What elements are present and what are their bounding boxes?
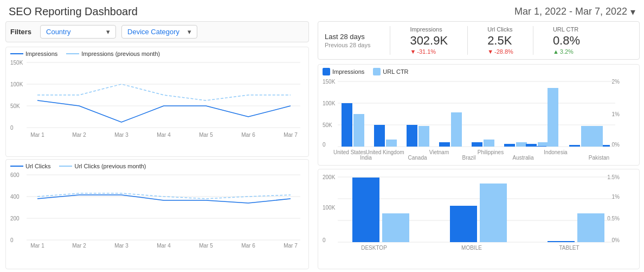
bar-us-imp	[342, 103, 352, 147]
x-label: Mar 5	[199, 132, 213, 138]
x-label: Canada	[408, 155, 427, 161]
y-label: 0	[10, 237, 14, 243]
device-dropdown-arrow: ▾	[188, 28, 191, 36]
bar-vietnam-ctr	[484, 140, 494, 147]
filters-label: Filters	[10, 28, 31, 36]
country-chart: Impressions URL CTR 150K 100K 50K 0 2% 1…	[318, 64, 640, 166]
device-category-filter-label: Device Category	[127, 28, 179, 36]
bar-vietnam-imp	[472, 142, 482, 147]
x-label: TABLET	[559, 245, 579, 251]
url-clicks-stat-label: Url Clicks	[487, 26, 512, 33]
bar-india-ctr	[386, 140, 397, 147]
bar-ph2-imp	[526, 144, 537, 147]
device-chart: 200K 100K 0 1.5% 1% 0.5% 0%	[318, 169, 640, 269]
x-label: Indonesia	[544, 149, 568, 155]
clicks-legend1: Url Clicks	[25, 163, 50, 169]
x-label: India	[360, 155, 372, 161]
y-label-left: 200K	[323, 174, 336, 180]
impressions-chart: Impressions Impressions (previous month)…	[5, 47, 309, 157]
x-label: Mar 6	[241, 243, 255, 249]
x-label: Vietnam	[429, 149, 449, 155]
url-clicks-stat-change: ▼ -28.8%	[487, 48, 513, 55]
bar-mobile-imp	[450, 206, 477, 242]
impressions-stat-value: 302.9K	[410, 34, 448, 48]
y-label-left: 100K	[323, 205, 336, 211]
y-label: 200	[10, 216, 20, 222]
date-dropdown-icon[interactable]: ▾	[630, 6, 635, 18]
y-label: 150K	[10, 60, 23, 66]
bar-brazil-imp	[504, 144, 515, 147]
y-label-left: 150K	[323, 79, 336, 85]
y-label-left: 0	[323, 142, 326, 148]
page-title: SEO Reporting Dashboard	[9, 5, 138, 18]
y-label-right: 0%	[612, 237, 620, 243]
country-legend2: URL CTR	[383, 68, 408, 75]
country-filter[interactable]: Country ▾	[40, 25, 116, 39]
x-label: Mar 1	[30, 132, 44, 138]
stats-period: Last 28 days Previous 28 days	[325, 26, 381, 55]
bar-mobile-ctr	[480, 184, 507, 242]
x-label: Mar 6	[241, 132, 255, 138]
impressions-stat: Impressions 302.9K ▼ -31.1%	[399, 26, 459, 55]
country-legend1: Impressions	[332, 68, 364, 75]
x-label: Mar 5	[199, 243, 213, 249]
date-range-text: Mar 1, 2022 - Mar 7, 2022	[514, 6, 627, 17]
url-clicks-stat: Url Clicks 2.5K ▼ -28.8%	[476, 26, 524, 55]
device-category-filter[interactable]: Device Category ▾	[121, 25, 197, 39]
bar-us-ctr	[353, 114, 364, 147]
x-label: Mar 3	[114, 132, 128, 138]
x-label: Brazil	[462, 155, 475, 161]
y-label: 0	[10, 125, 14, 131]
x-label: Mar 7	[284, 243, 298, 249]
clicks-chart: Url Clicks Url Clicks (previous month) 6…	[5, 159, 309, 269]
bar-canada-imp	[439, 142, 450, 147]
y-label-right: 1%	[612, 194, 620, 200]
period-sub: Previous 28 days	[325, 42, 370, 48]
bar-uk-ctr	[418, 126, 429, 147]
bar-indo-ctr	[581, 126, 592, 147]
url-ctr-stat-change: ▲ 3.2%	[553, 48, 574, 55]
period-main: Last 28 days	[325, 33, 370, 41]
bar-tablet-ctr	[577, 213, 604, 242]
bar-aus-ctr	[548, 88, 558, 147]
y-label: 50K	[10, 103, 20, 109]
x-label: Mar 4	[157, 132, 171, 138]
y-label-right: 1%	[612, 111, 620, 117]
url-ctr-stat: URL CTR 0.8% ▲ 3.2%	[542, 26, 591, 55]
url-ctr-stat-label: URL CTR	[553, 26, 578, 33]
x-label: Mar 4	[157, 243, 171, 249]
y-label: 100K	[10, 81, 23, 87]
x-label: MOBILE	[461, 245, 482, 251]
bar-india-imp	[374, 125, 385, 147]
bar-tablet-imp	[548, 241, 575, 242]
x-label: Mar 2	[72, 243, 86, 249]
bar-desktop-imp	[352, 178, 379, 242]
y-label-left: 50K	[323, 122, 332, 128]
x-label: DESKTOP	[361, 245, 387, 251]
filters-bar: Filters Country ▾ Device Category ▾	[5, 21, 309, 42]
bar-indo-imp	[569, 145, 580, 147]
bar-aus-imp	[536, 146, 546, 147]
y-label-left: 0	[323, 237, 326, 243]
bar-canada-ctr	[451, 112, 462, 147]
y-label: 600	[10, 172, 20, 178]
url-ctr-stat-value: 0.8%	[553, 34, 580, 48]
country-filter-label: Country	[46, 28, 71, 36]
impressions-stat-label: Impressions	[410, 26, 442, 33]
impressions-legend2: Impressions (previous month)	[81, 50, 160, 57]
x-label: Philippines	[478, 149, 504, 155]
stats-bar: Last 28 days Previous 28 days Impression…	[318, 21, 640, 60]
x-label: Mar 7	[284, 132, 298, 138]
bar-ph2-ctr	[538, 142, 549, 147]
country-dropdown-arrow: ▾	[106, 28, 110, 36]
date-range[interactable]: Mar 1, 2022 - Mar 7, 2022 ▾	[514, 6, 635, 18]
url-clicks-stat-value: 2.5K	[487, 34, 512, 48]
bar-pak-ctr	[592, 126, 603, 147]
x-label: Mar 3	[114, 243, 128, 249]
x-label: Mar 1	[30, 243, 44, 249]
bar-brazil-ctr	[516, 142, 527, 147]
x-label: Australia	[513, 155, 534, 161]
impressions-stat-change: ▼ -31.1%	[410, 48, 436, 55]
x-label: Pakistan	[589, 155, 609, 161]
clicks-legend2: Url Clicks (previous month)	[74, 163, 146, 169]
